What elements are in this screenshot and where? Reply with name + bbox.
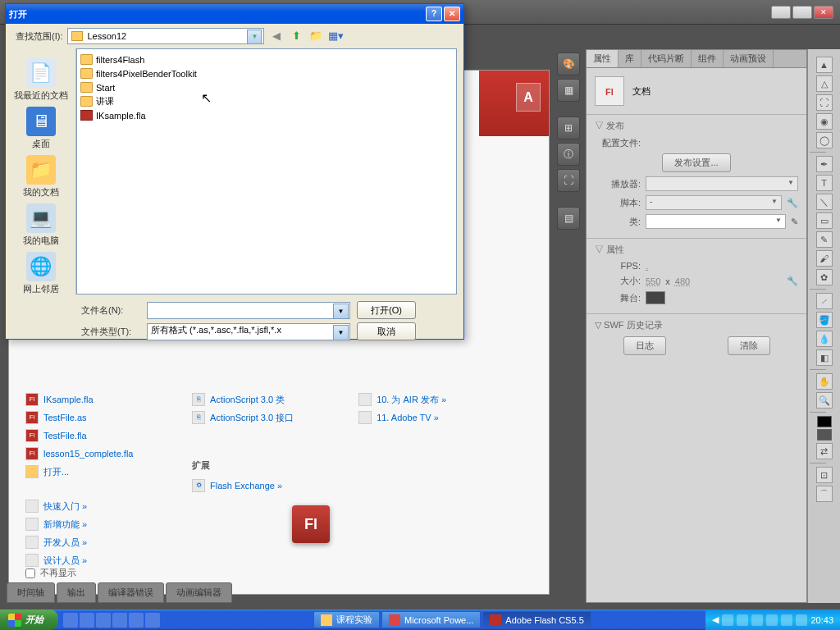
swf-section-title[interactable]: ▽ SWF 历史记录 xyxy=(595,319,798,331)
look-in-dropdown[interactable]: Lesson12 xyxy=(67,28,264,44)
tray-icon[interactable] xyxy=(766,614,778,626)
player-dropdown[interactable] xyxy=(646,176,798,191)
open-file-link[interactable]: 打开... xyxy=(25,463,189,481)
sidebar-desktop[interactable]: 🖥桌面 xyxy=(6,107,75,150)
tray-icon[interactable] xyxy=(737,614,748,626)
free-transform-icon[interactable]: ⛶ xyxy=(816,94,833,111)
new-folder-icon[interactable]: 📁 xyxy=(308,29,323,43)
publish-settings-button[interactable]: 发布设置... xyxy=(662,153,730,172)
filetype-dropdown[interactable]: 所有格式 (*.as,*.asc,*.fla,*.jsfl,*.x xyxy=(147,323,350,340)
dialog-titlebar[interactable]: 打开 ? ✕ xyxy=(6,4,463,24)
tab-code-snippets[interactable]: 代码片断 xyxy=(641,50,692,67)
stage-color-swatch[interactable] xyxy=(646,291,665,304)
tab-compiler-errors[interactable]: 编译器错误 xyxy=(98,582,164,603)
color-tool-icon[interactable]: 🎨 xyxy=(557,52,580,75)
taskbar-item[interactable]: Microsoft Powe... xyxy=(381,611,481,628)
selection-tool-icon[interactable]: ▲ xyxy=(816,57,833,73)
sidebar-network[interactable]: 🌐网上邻居 xyxy=(6,252,75,295)
tray-icon[interactable] xyxy=(722,614,733,626)
class-input[interactable] xyxy=(646,214,786,229)
clear-button[interactable]: 清除 xyxy=(728,336,770,355)
create-as-interface[interactable]: ⎘ActionScript 3.0 接口 xyxy=(192,409,356,427)
whats-new-link[interactable]: 新增功能 » xyxy=(25,515,87,533)
sidebar-recent[interactable]: 📄我最近的文档 xyxy=(6,58,75,102)
clock[interactable]: 20:43 xyxy=(810,615,833,625)
create-as-class[interactable]: ⎘ActionScript 3.0 类 xyxy=(192,390,356,409)
sidebar-documents[interactable]: 📁我的文档 xyxy=(6,155,75,199)
tab-motion-editor[interactable]: 动画编辑器 xyxy=(166,582,232,603)
quicklaunch-icon[interactable] xyxy=(63,613,78,628)
no-show-checkbox[interactable]: 不再显示 xyxy=(25,567,76,579)
tray-icon[interactable] xyxy=(781,614,792,626)
fill-swatch[interactable] xyxy=(817,429,832,441)
tab-motion-presets[interactable]: 动画预设 xyxy=(724,50,774,67)
tab-components[interactable]: 组件 xyxy=(692,50,724,67)
transform-tool-icon[interactable]: ⛶ xyxy=(557,169,580,192)
tab-properties[interactable]: 属性 xyxy=(587,50,619,67)
sidebar-computer[interactable]: 💻我的电脑 xyxy=(6,203,75,247)
recent-file[interactable]: FlIKsample.fla xyxy=(25,390,189,409)
brush-tool-icon[interactable]: 🖌 xyxy=(816,250,833,267)
wrench-icon[interactable]: 🔧 xyxy=(787,198,798,208)
tab-timeline[interactable]: 时间轴 xyxy=(7,582,55,603)
learn-link[interactable]: 10. 为 AIR 发布 » xyxy=(358,390,523,409)
deco-tool-icon[interactable]: ✿ xyxy=(816,269,833,285)
view-menu-icon[interactable]: ▦▾ xyxy=(328,29,343,43)
tab-library[interactable]: 库 xyxy=(619,50,641,67)
recent-file[interactable]: Fllesson15_complete.fla xyxy=(25,445,189,463)
fps-value[interactable]: . xyxy=(646,261,648,271)
tab-output[interactable]: 输出 xyxy=(57,582,96,603)
3d-rotation-icon[interactable]: ◉ xyxy=(816,113,833,130)
quicklaunch-icon[interactable] xyxy=(145,613,160,628)
line-tool-icon[interactable]: ＼ xyxy=(816,194,833,210)
taskbar-item[interactable]: Adobe Flash CS5.5 xyxy=(482,611,591,628)
dialog-close-button[interactable]: ✕ xyxy=(444,7,460,21)
list-item[interactable]: filters4PixelBenderToolkit xyxy=(80,66,453,80)
list-item[interactable]: filters4Flash xyxy=(80,52,453,66)
quicklaunch-icon[interactable] xyxy=(96,613,111,628)
help-button[interactable]: ? xyxy=(426,7,442,21)
zoom-tool-icon[interactable]: 🔍 xyxy=(816,392,833,409)
library-tool-icon[interactable]: ▤ xyxy=(557,207,580,230)
log-button[interactable]: 日志 xyxy=(623,336,666,355)
recent-file[interactable]: FlTestFile.as xyxy=(25,409,189,427)
minimize-button[interactable]: ― xyxy=(771,6,791,19)
up-icon[interactable]: ⬆ xyxy=(289,29,304,43)
list-item[interactable]: 讲课 xyxy=(80,94,453,108)
eraser-tool-icon[interactable]: ◧ xyxy=(816,349,833,366)
pen-tool-icon[interactable]: ✒ xyxy=(816,156,833,172)
filename-input[interactable] xyxy=(147,302,350,319)
cancel-button[interactable]: 取消 xyxy=(357,322,416,340)
restore-button[interactable]: ❐ xyxy=(792,6,812,19)
text-tool-icon[interactable]: T xyxy=(816,175,833,191)
file-list[interactable]: filters4Flash filters4PixelBenderToolkit… xyxy=(76,48,457,294)
list-item[interactable]: IKsample.fla xyxy=(80,108,453,122)
start-button[interactable]: 开始 xyxy=(0,609,58,630)
paint-bucket-icon[interactable]: 🪣 xyxy=(816,312,833,328)
tray-icon[interactable] xyxy=(751,614,763,626)
flash-exchange-link[interactable]: ⚙Flash Exchange » xyxy=(192,477,356,495)
pencil-icon[interactable]: ✎ xyxy=(791,217,798,227)
height-value[interactable]: 480 xyxy=(675,276,690,286)
list-item[interactable]: Start xyxy=(80,80,453,94)
width-value[interactable]: 550 xyxy=(646,276,660,286)
learn-link[interactable]: 11. Adobe TV » xyxy=(358,409,523,427)
stroke-swatch[interactable] xyxy=(817,416,832,427)
pencil-tool-icon[interactable]: ✎ xyxy=(816,231,833,248)
tray-icon[interactable] xyxy=(796,614,807,626)
wrench-icon[interactable]: 🔧 xyxy=(787,276,798,286)
script-dropdown[interactable]: - xyxy=(646,195,782,210)
rect-tool-icon[interactable]: ▭ xyxy=(816,212,833,229)
system-tray[interactable]: ◀ 20:43 xyxy=(705,609,840,630)
open-button[interactable]: 打开(O) xyxy=(357,301,416,319)
swatches-tool-icon[interactable]: ▦ xyxy=(557,79,580,102)
options-icon[interactable]: ⊡ xyxy=(816,467,833,483)
recent-file[interactable]: FlTestFile.fla xyxy=(25,427,189,445)
align-tool-icon[interactable]: ⊞ xyxy=(557,116,580,139)
snap-icon[interactable]: ⌒ xyxy=(816,486,833,502)
eyedropper-icon[interactable]: 💧 xyxy=(816,331,833,347)
subselection-tool-icon[interactable]: △ xyxy=(816,75,833,92)
bone-tool-icon[interactable]: ⟋ xyxy=(816,293,833,309)
back-icon[interactable]: ◀ xyxy=(269,29,284,43)
info-tool-icon[interactable]: ⓘ xyxy=(557,143,580,166)
